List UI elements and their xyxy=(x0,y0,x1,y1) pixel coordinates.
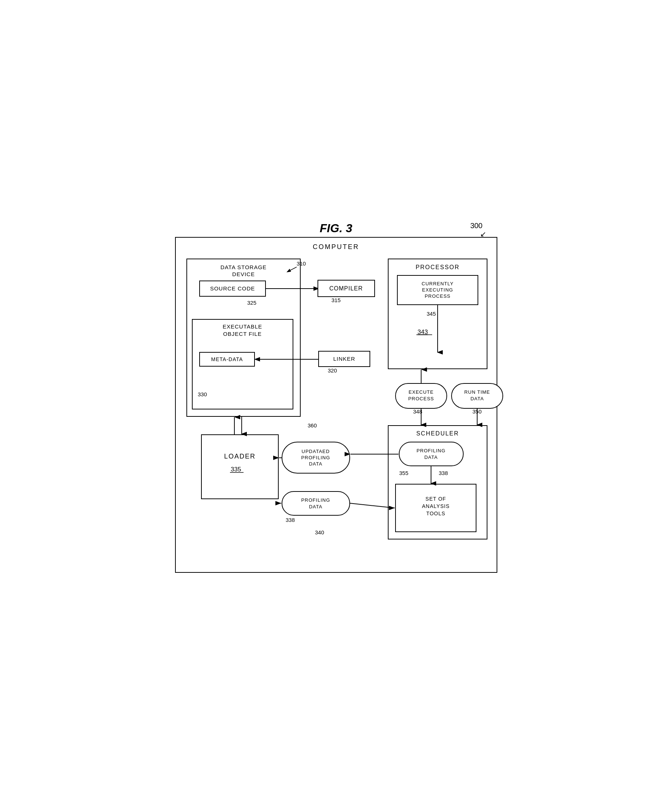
updated-pd-label3: DATA xyxy=(309,461,322,467)
ref-343: 343 xyxy=(418,328,428,336)
ref-338b: 338 xyxy=(286,517,295,523)
loader-label: LOADER xyxy=(224,453,255,460)
profiling-data-lower-label1: PROFILING xyxy=(301,497,330,503)
diagram-svg: DATA STORAGE DEVICE 305 310 SOURCE CODE … xyxy=(183,255,491,567)
profiling-data-lower-label2: DATA xyxy=(309,504,322,509)
ref-360: 360 xyxy=(307,422,317,429)
page: FIG. 3 300 ↙ COMPUTER DATA STORAGE DEVIC… xyxy=(168,214,505,580)
processor-label: PROCESSOR xyxy=(415,264,459,270)
currently-exec-label1: CURRENTLY xyxy=(421,281,454,287)
profiling-data-lower-rect xyxy=(282,491,350,515)
updated-pd-label2: PROFILING xyxy=(301,455,330,460)
computer-box: COMPUTER DATA STORAGE DEVICE 305 310 SOU… xyxy=(175,237,497,573)
exec-obj-label2: OBJECT FILE xyxy=(223,331,262,337)
data-storage-label-line2: DEVICE xyxy=(232,271,255,277)
linker-label: LINKER xyxy=(333,355,355,362)
computer-label: COMPUTER xyxy=(183,243,489,251)
run-time-data-label1: RUN TIME xyxy=(464,389,490,395)
ref-320: 320 xyxy=(328,367,337,373)
updated-pd-label1: UPDATAED xyxy=(301,449,330,454)
profiling-data-sched-rect xyxy=(399,442,463,466)
set-of-analysis-label2: ANALYSIS xyxy=(422,503,450,509)
ref-340: 340 xyxy=(315,529,324,535)
ref-338a: 338 xyxy=(439,470,448,476)
profiling-data-sched-label2: DATA xyxy=(424,455,438,460)
currently-exec-label2: EXECUTING xyxy=(422,287,453,293)
ref-330: 330 xyxy=(198,391,207,397)
profiling-data-sched-label1: PROFILING xyxy=(416,448,445,453)
set-of-analysis-label3: TOOLS xyxy=(426,511,445,516)
source-code-label: SOURCE CODE xyxy=(210,285,255,291)
compiler-label: COMPILER xyxy=(329,285,363,291)
ref-310: 310 xyxy=(297,260,306,267)
execute-process-label1: EXECUTE xyxy=(408,389,433,395)
scheduler-label: SCHEDULER xyxy=(416,430,459,437)
execute-process-label2: PROCESS xyxy=(408,396,434,402)
set-of-analysis-label1: SET OF xyxy=(425,496,446,502)
ref-300: 300 xyxy=(470,222,482,230)
ref-315: 315 xyxy=(331,297,341,303)
ref-335: 335 xyxy=(231,466,241,473)
exec-obj-label1: EXECUTABLE xyxy=(222,323,262,330)
run-time-data-label2: DATA xyxy=(470,396,484,402)
currently-exec-label3: PROCESS xyxy=(424,293,450,299)
ref-345: 345 xyxy=(427,311,436,317)
data-storage-label-line1: DATA STORAGE xyxy=(220,264,266,270)
meta-data-label: META-DATA xyxy=(211,356,243,362)
figure-title: FIG. 3 xyxy=(320,222,352,235)
ref-325: 325 xyxy=(247,299,256,306)
ref-355: 355 xyxy=(399,470,408,476)
